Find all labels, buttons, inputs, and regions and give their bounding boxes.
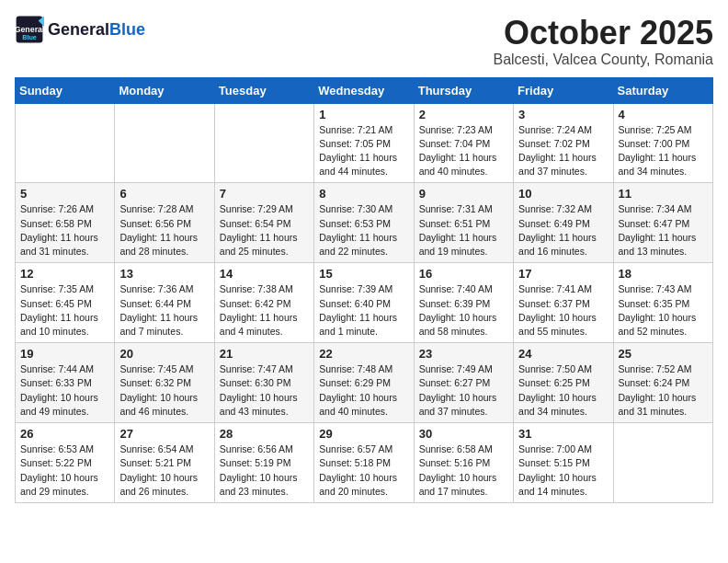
calendar-cell <box>16 103 115 183</box>
calendar-cell: 15Sunrise: 7:39 AMSunset: 6:40 PMDayligh… <box>314 263 414 343</box>
day-number: 5 <box>20 187 109 201</box>
day-info: Sunrise: 7:49 AMSunset: 6:27 PMDaylight:… <box>419 362 508 419</box>
weekday-header-row: SundayMondayTuesdayWednesdayThursdayFrid… <box>16 77 713 103</box>
day-info: Sunrise: 7:24 AMSunset: 7:02 PMDaylight:… <box>518 123 608 179</box>
day-info: Sunrise: 7:32 AMSunset: 6:49 PMDaylight:… <box>518 202 608 259</box>
calendar-cell: 13Sunrise: 7:36 AMSunset: 6:44 PMDayligh… <box>115 263 214 343</box>
day-number: 16 <box>419 267 508 281</box>
day-number: 18 <box>619 267 708 281</box>
weekday-header: Saturday <box>613 77 712 103</box>
calendar-cell: 6Sunrise: 7:28 AMSunset: 6:56 PMDaylight… <box>115 183 214 263</box>
day-info: Sunrise: 7:35 AMSunset: 6:45 PMDaylight:… <box>20 282 109 339</box>
day-info: Sunrise: 7:38 AMSunset: 6:42 PMDaylight:… <box>220 282 309 339</box>
calendar-cell: 26Sunrise: 6:53 AMSunset: 5:22 PMDayligh… <box>16 423 115 503</box>
logo-text-general: General <box>48 20 109 39</box>
day-number: 19 <box>20 347 109 361</box>
day-number: 20 <box>119 347 209 361</box>
day-number: 30 <box>419 427 508 441</box>
day-number: 3 <box>518 108 608 121</box>
calendar-cell: 1Sunrise: 7:21 AMSunset: 7:05 PMDaylight… <box>314 103 414 183</box>
month-title: October 2025 <box>493 15 713 52</box>
calendar-cell: 3Sunrise: 7:24 AMSunset: 7:02 PMDaylight… <box>514 103 613 183</box>
weekday-header: Thursday <box>414 77 513 103</box>
calendar-table: SundayMondayTuesdayWednesdayThursdayFrid… <box>15 77 713 503</box>
day-number: 1 <box>319 108 408 121</box>
day-number: 15 <box>319 267 408 281</box>
day-info: Sunrise: 7:39 AMSunset: 6:40 PMDaylight:… <box>319 282 408 339</box>
weekday-header: Monday <box>115 77 214 103</box>
calendar-cell: 4Sunrise: 7:25 AMSunset: 7:00 PMDaylight… <box>613 103 712 183</box>
calendar-cell: 28Sunrise: 6:56 AMSunset: 5:19 PMDayligh… <box>214 423 313 503</box>
day-info: Sunrise: 7:21 AMSunset: 7:05 PMDaylight:… <box>319 123 408 179</box>
calendar-cell: 23Sunrise: 7:49 AMSunset: 6:27 PMDayligh… <box>414 343 513 423</box>
calendar-cell: 12Sunrise: 7:35 AMSunset: 6:45 PMDayligh… <box>16 263 115 343</box>
day-info: Sunrise: 7:31 AMSunset: 6:51 PMDaylight:… <box>419 202 508 259</box>
calendar-week-row: 19Sunrise: 7:44 AMSunset: 6:33 PMDayligh… <box>16 343 713 423</box>
logo-text-blue: Blue <box>109 20 145 39</box>
day-number: 23 <box>419 347 508 361</box>
calendar-cell: 10Sunrise: 7:32 AMSunset: 6:49 PMDayligh… <box>514 183 613 263</box>
day-number: 27 <box>119 427 209 441</box>
day-info: Sunrise: 6:58 AMSunset: 5:16 PMDaylight:… <box>419 442 508 499</box>
day-info: Sunrise: 7:44 AMSunset: 6:33 PMDaylight:… <box>20 362 109 419</box>
day-info: Sunrise: 7:29 AMSunset: 6:54 PMDaylight:… <box>220 202 309 259</box>
day-number: 8 <box>319 187 408 201</box>
day-number: 4 <box>619 108 708 121</box>
calendar-cell: 30Sunrise: 6:58 AMSunset: 5:16 PMDayligh… <box>414 423 513 503</box>
calendar-cell <box>613 423 712 503</box>
calendar-cell: 24Sunrise: 7:50 AMSunset: 6:25 PMDayligh… <box>514 343 613 423</box>
page-header: General Blue GeneralBlue October 2025 Ba… <box>15 15 713 68</box>
svg-text:Blue: Blue <box>22 33 37 41</box>
day-info: Sunrise: 7:00 AMSunset: 5:15 PMDaylight:… <box>518 442 608 499</box>
day-number: 24 <box>518 347 608 361</box>
location-title: Balcesti, Valcea County, Romania <box>493 52 713 68</box>
day-info: Sunrise: 6:54 AMSunset: 5:21 PMDaylight:… <box>119 442 209 499</box>
calendar-week-row: 12Sunrise: 7:35 AMSunset: 6:45 PMDayligh… <box>16 263 713 343</box>
day-info: Sunrise: 6:53 AMSunset: 5:22 PMDaylight:… <box>20 442 109 499</box>
day-number: 2 <box>419 108 508 121</box>
calendar-cell: 2Sunrise: 7:23 AMSunset: 7:04 PMDaylight… <box>414 103 513 183</box>
day-number: 28 <box>220 427 309 441</box>
day-number: 9 <box>419 187 508 201</box>
title-block: October 2025 Balcesti, Valcea County, Ro… <box>493 15 713 68</box>
calendar-cell: 16Sunrise: 7:40 AMSunset: 6:39 PMDayligh… <box>414 263 513 343</box>
day-info: Sunrise: 7:52 AMSunset: 6:24 PMDaylight:… <box>619 362 708 419</box>
day-number: 11 <box>619 187 708 201</box>
calendar-week-row: 26Sunrise: 6:53 AMSunset: 5:22 PMDayligh… <box>16 423 713 503</box>
day-info: Sunrise: 7:43 AMSunset: 6:35 PMDaylight:… <box>619 282 708 339</box>
calendar-cell: 18Sunrise: 7:43 AMSunset: 6:35 PMDayligh… <box>613 263 712 343</box>
day-info: Sunrise: 7:23 AMSunset: 7:04 PMDaylight:… <box>419 123 508 179</box>
calendar-cell: 7Sunrise: 7:29 AMSunset: 6:54 PMDaylight… <box>214 183 313 263</box>
calendar-cell: 21Sunrise: 7:47 AMSunset: 6:30 PMDayligh… <box>214 343 313 423</box>
day-info: Sunrise: 7:47 AMSunset: 6:30 PMDaylight:… <box>220 362 309 419</box>
day-number: 12 <box>20 267 109 281</box>
day-info: Sunrise: 7:41 AMSunset: 6:37 PMDaylight:… <box>518 282 608 339</box>
day-info: Sunrise: 7:50 AMSunset: 6:25 PMDaylight:… <box>518 362 608 419</box>
day-number: 10 <box>518 187 608 201</box>
day-number: 29 <box>319 427 408 441</box>
calendar-week-row: 5Sunrise: 7:26 AMSunset: 6:58 PMDaylight… <box>16 183 713 263</box>
day-number: 31 <box>518 427 608 441</box>
calendar-cell <box>214 103 313 183</box>
calendar-cell: 27Sunrise: 6:54 AMSunset: 5:21 PMDayligh… <box>115 423 214 503</box>
calendar-cell: 14Sunrise: 7:38 AMSunset: 6:42 PMDayligh… <box>214 263 313 343</box>
day-number: 21 <box>220 347 309 361</box>
day-number: 22 <box>319 347 408 361</box>
weekday-header: Tuesday <box>214 77 313 103</box>
day-info: Sunrise: 7:34 AMSunset: 6:47 PMDaylight:… <box>619 202 708 259</box>
calendar-week-row: 1Sunrise: 7:21 AMSunset: 7:05 PMDaylight… <box>16 103 713 183</box>
calendar-cell: 31Sunrise: 7:00 AMSunset: 5:15 PMDayligh… <box>514 423 613 503</box>
calendar-cell: 5Sunrise: 7:26 AMSunset: 6:58 PMDaylight… <box>16 183 115 263</box>
weekday-header: Sunday <box>16 77 115 103</box>
day-number: 25 <box>619 347 708 361</box>
day-info: Sunrise: 7:26 AMSunset: 6:58 PMDaylight:… <box>20 202 109 259</box>
day-info: Sunrise: 6:56 AMSunset: 5:19 PMDaylight:… <box>220 442 309 499</box>
calendar-cell: 29Sunrise: 6:57 AMSunset: 5:18 PMDayligh… <box>314 423 414 503</box>
day-info: Sunrise: 7:28 AMSunset: 6:56 PMDaylight:… <box>119 202 209 259</box>
day-info: Sunrise: 7:48 AMSunset: 6:29 PMDaylight:… <box>319 362 408 419</box>
day-info: Sunrise: 7:25 AMSunset: 7:00 PMDaylight:… <box>619 123 708 179</box>
logo: General Blue GeneralBlue <box>15 15 145 44</box>
weekday-header: Wednesday <box>314 77 414 103</box>
calendar-cell: 11Sunrise: 7:34 AMSunset: 6:47 PMDayligh… <box>613 183 712 263</box>
day-number: 6 <box>119 187 209 201</box>
